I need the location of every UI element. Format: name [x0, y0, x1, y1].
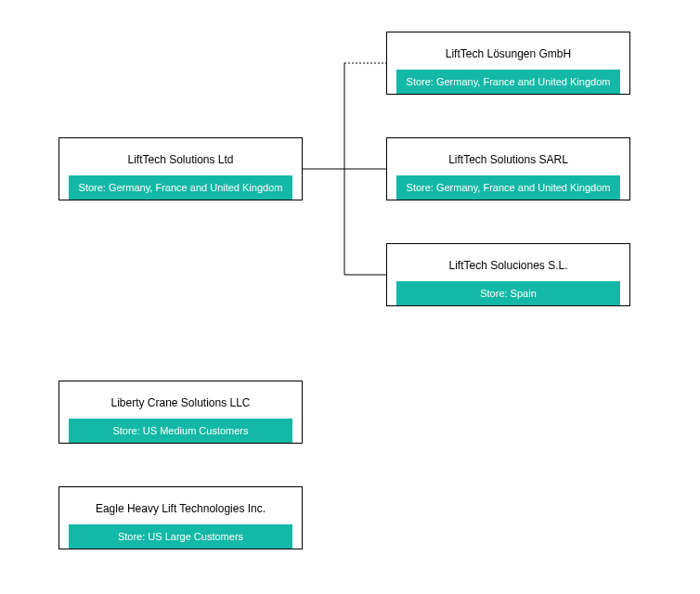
store-badge: Store: Germany, France and United Kingdo…	[396, 70, 620, 94]
org-node-title: LiftTech Solutions SARL	[448, 149, 568, 166]
org-node-title: LiftTech Solutions Ltd	[127, 149, 233, 166]
org-node-child[interactable]: LiftTech Lösungen GmbH Store: Germany, F…	[386, 32, 630, 95]
store-badge: Store: US Large Customers	[69, 524, 292, 549]
org-node-standalone[interactable]: Liberty Crane Solutions LLC Store: US Me…	[58, 381, 303, 444]
org-node-title: LiftTech Lösungen GmbH	[446, 44, 571, 60]
store-badge: Store: Germany, France and United Kingdo…	[396, 175, 620, 200]
store-badge: Store: US Medium Customers	[69, 419, 292, 443]
store-badge: Store: Spain	[396, 281, 620, 305]
org-node-title: LiftTech Soluciones S.L.	[448, 255, 567, 272]
org-node-title: Liberty Crane Solutions LLC	[110, 393, 250, 409]
org-node-child[interactable]: LiftTech Solutions SARL Store: Germany, …	[386, 137, 630, 200]
org-node-title: Eagle Heavy Lift Technologies Inc.	[96, 498, 266, 515]
org-node-child[interactable]: LiftTech Soluciones S.L. Store: Spain	[386, 243, 630, 306]
org-node-parent[interactable]: LiftTech Solutions Ltd Store: Germany, F…	[58, 137, 303, 200]
org-node-standalone[interactable]: Eagle Heavy Lift Technologies Inc. Store…	[58, 486, 303, 549]
store-badge: Store: Germany, France and United Kingdo…	[69, 175, 292, 200]
